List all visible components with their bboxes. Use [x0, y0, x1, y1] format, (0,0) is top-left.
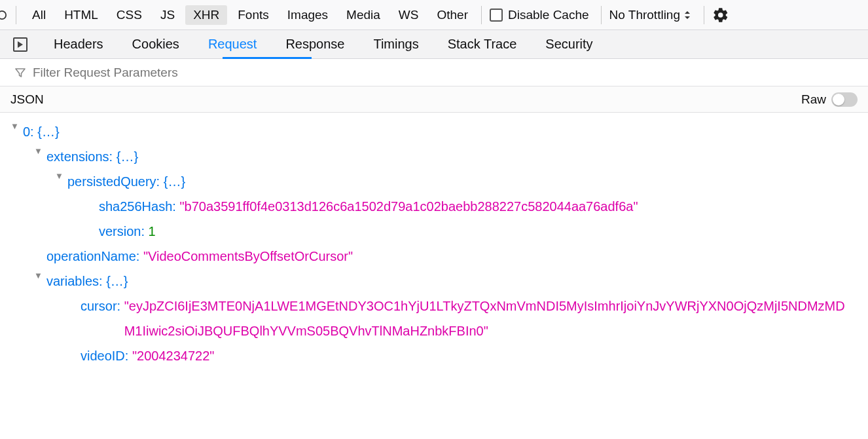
json-value: "2004234722"	[132, 343, 214, 368]
tree-row-sha256hash[interactable]: ▼ sha256Hash: "b70a3591ff0f4e0313d126c6a…	[10, 194, 858, 219]
tree-row-variables[interactable]: ▼ variables: {…}	[10, 269, 858, 294]
twisty-icon: ▼	[34, 143, 43, 160]
filter-tab-images[interactable]: Images	[280, 5, 336, 25]
disable-cache-label: Disable Cache	[508, 8, 589, 22]
disable-cache-checkbox[interactable]: Disable Cache	[490, 8, 589, 22]
filter-tab-xhr[interactable]: XHR	[185, 5, 227, 25]
gear-icon[interactable]	[712, 7, 729, 24]
twisty-icon: ▼	[55, 168, 64, 185]
json-value: "eyJpZCI6IjE3MTE0NjA1LWE1MGEtNDY3OC1hYjU…	[124, 294, 858, 343]
filter-tab-other[interactable]: Other	[429, 5, 476, 25]
json-key: 0:	[23, 119, 34, 144]
json-key: cursor:	[81, 294, 120, 318]
json-key: variables:	[46, 269, 103, 294]
tree-row-root[interactable]: ▼ 0: {…}	[10, 119, 858, 144]
twisty-icon: ▼	[34, 268, 43, 284]
json-label: JSON	[10, 92, 44, 107]
throttling-label: No Throttling	[609, 8, 680, 22]
throttling-select[interactable]: No Throttling	[609, 8, 691, 22]
toolbar-icon[interactable]	[0, 0, 7, 30]
tree-row-persistedquery[interactable]: ▼ persistedQuery: {…}	[10, 169, 858, 194]
filter-tab-media[interactable]: Media	[338, 5, 388, 25]
json-tree: ▼ 0: {…} ▼ extensions: {…} ▼ persistedQu…	[0, 113, 868, 375]
tab-response[interactable]: Response	[285, 30, 344, 59]
twisty-icon: ▼	[10, 119, 20, 135]
toolbar-divider-3	[601, 6, 602, 24]
active-tab-underline	[223, 57, 312, 59]
json-value: "b70a3591ff0f4e0313d126c6a1502d79a1c02ba…	[179, 194, 638, 219]
json-value: "VideoCommentsByOffsetOrCursor"	[143, 244, 353, 269]
toolbar-divider-4	[704, 6, 704, 24]
checkbox-icon	[490, 9, 503, 22]
request-detail-tabs: Headers Cookies Request Response Timings…	[0, 30, 868, 59]
json-key: persistedQuery:	[67, 169, 160, 194]
tree-row-extensions[interactable]: ▼ extensions: {…}	[10, 144, 858, 169]
json-key: version:	[99, 219, 145, 244]
tab-cookies[interactable]: Cookies	[132, 30, 179, 59]
svg-point-0	[0, 10, 6, 18]
json-key: videoID:	[81, 343, 128, 368]
tree-row-version[interactable]: ▼ version: 1	[10, 219, 858, 244]
toggle-knob	[833, 94, 844, 105]
sort-arrows-icon	[684, 10, 691, 20]
tab-security[interactable]: Security	[545, 30, 592, 59]
filter-tab-js[interactable]: JS	[153, 5, 183, 25]
funnel-icon	[14, 67, 26, 79]
json-key: extensions:	[46, 144, 113, 169]
toolbar-divider-2	[481, 6, 482, 24]
filter-row	[0, 59, 868, 86]
tree-row-cursor[interactable]: ▼ cursor: "eyJpZCI6IjE3MTE0NjA1LWE1MGEtN…	[10, 294, 858, 343]
network-filter-toolbar: All HTML CSS JS XHR Fonts Images Media W…	[0, 0, 868, 30]
json-value: 1	[149, 219, 156, 244]
tab-request[interactable]: Request	[208, 30, 257, 59]
tab-headers[interactable]: Headers	[54, 30, 103, 59]
json-section-header: JSON Raw	[0, 86, 868, 113]
filter-tab-html[interactable]: HTML	[56, 5, 106, 25]
filter-tab-all[interactable]: All	[24, 5, 54, 25]
json-key: sha256Hash:	[99, 194, 176, 219]
raw-toggle[interactable]	[831, 92, 858, 107]
json-key: operationName:	[46, 244, 139, 269]
filter-tab-css[interactable]: CSS	[109, 5, 150, 25]
json-brace: {…}	[117, 144, 138, 169]
tab-stack-trace[interactable]: Stack Trace	[448, 30, 517, 59]
filter-input[interactable]	[33, 66, 295, 80]
tab-timings[interactable]: Timings	[373, 30, 418, 59]
tree-row-operationname[interactable]: ▼ operationName: "VideoCommentsByOffsetO…	[10, 244, 858, 269]
pause-resume-icon[interactable]	[13, 37, 27, 52]
raw-label: Raw	[801, 92, 826, 107]
filter-tabs: All HTML CSS JS XHR Fonts Images Media W…	[24, 0, 479, 29]
toolbar-divider	[16, 6, 16, 24]
filter-tab-fonts[interactable]: Fonts	[230, 5, 277, 25]
json-brace: {…}	[106, 269, 128, 294]
json-brace: {…}	[164, 169, 185, 194]
filter-tab-ws[interactable]: WS	[391, 5, 427, 25]
json-brace: {…}	[37, 119, 59, 144]
tree-row-videoid[interactable]: ▼ videoID: "2004234722"	[10, 343, 858, 368]
